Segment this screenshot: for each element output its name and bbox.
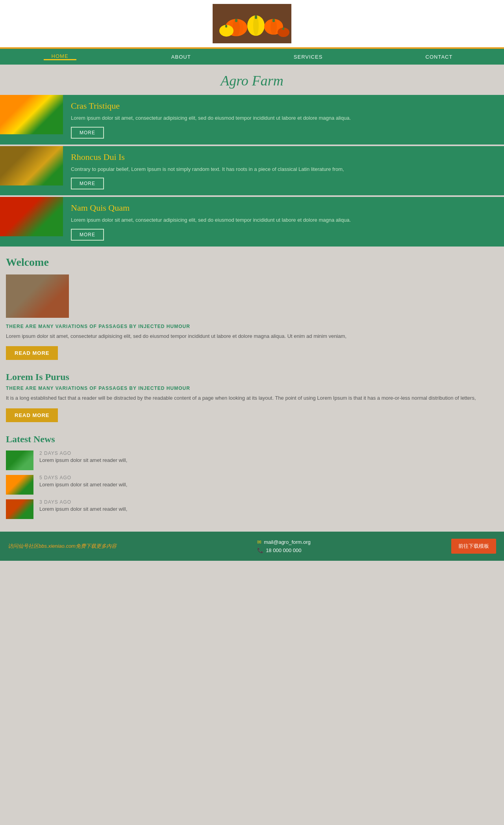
news-thumb-1 xyxy=(6,451,33,470)
lorem-body: It is a long established fact that a rea… xyxy=(6,394,498,402)
svg-rect-4 xyxy=(235,19,237,22)
page-title: Agro Farm xyxy=(0,72,504,89)
news-date-1: 2 DAYS AGO xyxy=(39,451,498,456)
nav-about[interactable]: ABOUT xyxy=(163,54,199,60)
navigation: HOME ABOUT SERVICES CONTACT xyxy=(0,49,504,65)
news-text-1: Lorem ipsum dolor sit amet reader will, xyxy=(39,457,498,463)
feature-title-3: Nam Quis Quam xyxy=(71,203,496,213)
footer: 访问仙号社区bbs.xieniao.com免费下载更多内容 ✉ mail@agr… xyxy=(0,532,504,561)
lorem-subtitle: THERE ARE MANY VARIATIONS OF PASSAGES BY… xyxy=(6,386,498,391)
email-icon: ✉ xyxy=(257,539,261,545)
footer-phone: 📞 18 000 000 000 xyxy=(257,547,301,553)
download-template-button[interactable]: 前往下载模板 xyxy=(451,539,496,554)
nav-home[interactable]: HOME xyxy=(44,53,76,60)
feature-btn-1[interactable]: MORE xyxy=(71,127,104,139)
footer-email-text: mail@agro_form.org xyxy=(264,539,311,545)
news-thumb-3 xyxy=(6,499,33,519)
logo xyxy=(213,4,291,43)
news-text-2: Lorem ipsum dolor sit amet reader will, xyxy=(39,482,498,488)
nav-contact[interactable]: CONTACT xyxy=(418,54,461,60)
feature-card-3: Nam Quis Quam Lorem ipsum dolor sit amet… xyxy=(0,197,504,248)
feature-img-2 xyxy=(0,146,63,185)
welcome-body: Lorem ipsum dolor sit amet, consectetur … xyxy=(6,332,498,341)
welcome-read-more[interactable]: READ MORE xyxy=(6,346,58,360)
news-thumb-2 xyxy=(6,475,33,495)
news-date-3: 3 DAYS AGO xyxy=(39,499,498,505)
news-section: Latest News 2 DAYS AGO Lorem ipsum dolor… xyxy=(0,430,504,532)
svg-rect-12 xyxy=(225,25,227,28)
phone-icon: 📞 xyxy=(257,547,263,553)
header xyxy=(0,0,504,49)
feature-img-1 xyxy=(0,95,63,134)
svg-rect-7 xyxy=(255,15,257,19)
lorem-section: Lorem Is Purus THERE ARE MANY VARIATIONS… xyxy=(0,368,504,430)
welcome-section: Welcome THERE ARE MANY VARIATIONS OF PAS… xyxy=(0,248,504,368)
feature-text-3: Lorem ipsum dolor sit amet, consectetur … xyxy=(71,216,496,224)
footer-phone-text: 18 000 000 000 xyxy=(266,547,301,553)
feature-title-2: Rhoncus Dui Is xyxy=(71,152,496,162)
feature-btn-3[interactable]: MORE xyxy=(71,229,104,241)
feature-card-1: Cras Tristique Lorem ipsum dolor sit ame… xyxy=(0,95,504,146)
footer-email: ✉ mail@agro_form.org xyxy=(257,539,311,545)
news-item-2: 5 DAYS AGO Lorem ipsum dolor sit amet re… xyxy=(6,475,498,495)
page-title-area: Agro Farm xyxy=(0,65,504,95)
nav-services[interactable]: SERVICES xyxy=(286,54,331,60)
footer-left-text: 访问仙号社区bbs.xieniao.com免费下载更多内容 xyxy=(8,543,117,550)
news-text-3: Lorem ipsum dolor sit amet reader will, xyxy=(39,506,498,512)
feature-btn-2[interactable]: MORE xyxy=(71,178,104,189)
news-title: Latest News xyxy=(6,434,498,445)
feature-img-3 xyxy=(0,197,63,236)
footer-contact-info: ✉ mail@agro_form.org 📞 18 000 000 000 xyxy=(257,539,311,553)
welcome-subtitle: THERE ARE MANY VARIATIONS OF PASSAGES BY… xyxy=(6,324,498,329)
lorem-read-more[interactable]: READ MORE xyxy=(6,408,58,422)
welcome-image xyxy=(6,274,69,318)
feature-text-2: Contrary to popular belief, Lorem Ipsum … xyxy=(71,165,496,173)
feature-text-1: Lorem ipsum dolor sit amet, consectetur … xyxy=(71,114,496,122)
news-date-2: 5 DAYS AGO xyxy=(39,475,498,480)
news-item-3: 3 DAYS AGO Lorem ipsum dolor sit amet re… xyxy=(6,499,498,519)
footer-right: 前往下载模板 xyxy=(451,539,496,554)
lorem-title: Lorem Is Purus xyxy=(6,372,498,382)
feature-card-2: Rhoncus Dui Is Contrary to popular belie… xyxy=(0,146,504,197)
svg-rect-10 xyxy=(272,19,275,22)
feature-title-1: Cras Tristique xyxy=(71,101,496,111)
welcome-title: Welcome xyxy=(6,256,498,269)
news-item-1: 2 DAYS AGO Lorem ipsum dolor sit amet re… xyxy=(6,451,498,470)
svg-rect-14 xyxy=(282,28,284,30)
